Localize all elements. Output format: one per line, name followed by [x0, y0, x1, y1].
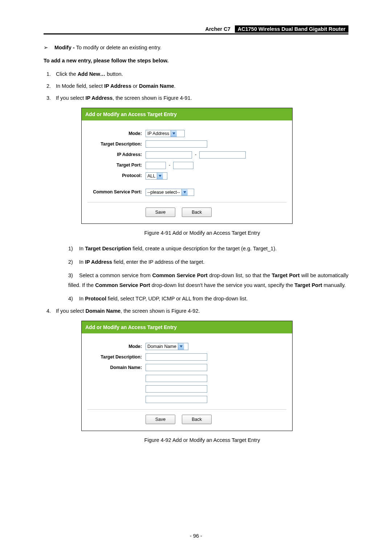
common-service-port-select[interactable]: --please select-- [146, 189, 194, 196]
substep-4: 4)In Protocol field, select TCP, UDP, IC… [68, 294, 348, 304]
target-port-from-input[interactable] [146, 162, 166, 169]
steps-list: Click the Add New… button. In Mode field… [44, 70, 348, 444]
domain-name-input-4[interactable] [146, 396, 207, 403]
ip-address-to-input[interactable] [199, 151, 246, 159]
figure92-caption: Figure 4-92 Add or Modify an Access Targ… [56, 436, 348, 444]
figure91-caption: Figure 4-91 Add or Modify an Access Targ… [56, 229, 348, 237]
figure91-titlebar: Add or Modify an Access Target Entry [82, 108, 292, 120]
label-target-description: Target Description: [87, 140, 146, 148]
save-button[interactable]: Save [146, 415, 175, 424]
label-mode: Mode: [87, 130, 146, 137]
ip-address-from-input[interactable] [146, 151, 192, 159]
label-mode: Mode: [87, 343, 146, 350]
domain-name-input-1[interactable] [146, 364, 207, 371]
label-common-service-port: Common Service Port: [87, 188, 146, 196]
back-button[interactable]: Back [182, 415, 212, 424]
domain-name-input-2[interactable] [146, 375, 207, 382]
page-header: Archer C7 AC1750 Wireless Dual Band Giga… [44, 25, 348, 34]
step-1: Click the Add New… button. [52, 70, 348, 78]
target-description-input[interactable] [146, 353, 207, 361]
header-title: AC1750 Wireless Dual Band Gigabit Router [235, 25, 348, 33]
steps-heading: To add a new entry, please follow the st… [44, 58, 348, 63]
svg-marker-3 [180, 345, 183, 348]
figure-4-92: Add or Modify an Access Target Entry Mod… [81, 321, 348, 431]
label-target-description: Target Description: [87, 353, 146, 361]
step-2: In Mode field, select IP Address or Doma… [52, 82, 348, 90]
target-port-to-input[interactable] [173, 162, 193, 169]
step-3: If you select IP Address, the screen sho… [52, 94, 348, 303]
figure92-titlebar: Add or Modify an Access Target Entry [82, 321, 292, 333]
arrow-icon: ➢ [44, 45, 53, 50]
range-dash: - [193, 151, 198, 159]
modify-bullet: ➢ Modify - To modify or delete an existi… [44, 45, 348, 50]
svg-marker-2 [183, 191, 186, 193]
back-button[interactable]: Back [182, 208, 212, 217]
svg-marker-0 [172, 132, 175, 135]
save-button[interactable]: Save [146, 208, 175, 217]
figure-4-91: Add or Modify an Access Target Entry Mod… [81, 108, 348, 224]
substep-3: 3)Select a common service from Common Se… [68, 271, 348, 290]
label-target-port: Target Port: [87, 161, 146, 169]
page-number: - 96 - [0, 533, 392, 539]
mode-select[interactable]: Domain Name [146, 343, 188, 350]
label-protocol: Protocol: [87, 172, 146, 179]
substep-1: 1)In Target Description field, create a … [68, 244, 348, 254]
substep-2: 2)In IP Address field, enter the IP addr… [68, 257, 348, 267]
domain-name-input-3[interactable] [146, 385, 207, 393]
range-dash: - [167, 161, 172, 169]
svg-marker-1 [159, 175, 162, 177]
chevron-down-icon [171, 130, 177, 137]
label-domain-name: Domain Name: [87, 364, 146, 371]
modify-label: Modify - [54, 45, 76, 50]
label-ip-address: IP Address: [87, 151, 146, 158]
chevron-down-icon [157, 173, 163, 179]
header-model: Archer C7 [205, 26, 233, 32]
chevron-down-icon [181, 189, 188, 196]
target-description-input[interactable] [146, 140, 207, 148]
substeps-list: 1)In Target Description field, create a … [68, 244, 348, 303]
modify-text: To modify or delete an existing entry. [76, 45, 162, 50]
mode-select[interactable]: IP Address [146, 130, 185, 137]
protocol-select[interactable]: ALL [146, 172, 167, 180]
step-4: If you select Domain Name, the screen sh… [52, 307, 348, 444]
chevron-down-icon [178, 343, 184, 350]
